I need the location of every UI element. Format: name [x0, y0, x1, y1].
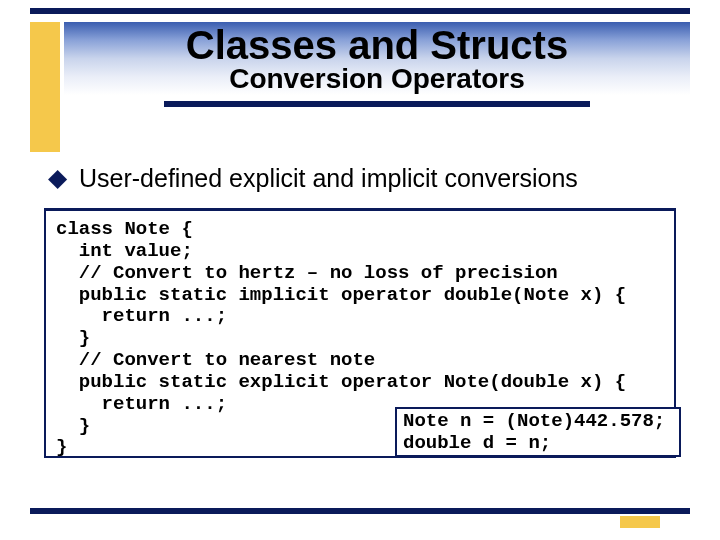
code-usage-block: Note n = (Note)442.578; double d = n; [395, 407, 681, 457]
title-underline [164, 101, 590, 107]
bullet-text: User-defined explicit and implicit conve… [79, 164, 578, 193]
slide: Classes and Structs Conversion Operators… [0, 0, 720, 540]
bullet-marker-icon: ◆ [48, 164, 67, 192]
slide-subtitle: Conversion Operators [74, 64, 680, 93]
title-block: Classes and Structs Conversion Operators [64, 22, 690, 107]
bullet-item: ◆ User-defined explicit and implicit con… [48, 164, 578, 193]
code-usage: Note n = (Note)442.578; double d = n; [403, 411, 673, 455]
bottom-divider [30, 508, 690, 514]
top-divider [30, 8, 690, 14]
slide-title: Classes and Structs [74, 22, 680, 66]
title-gradient: Classes and Structs Conversion Operators [64, 22, 690, 95]
bottom-accent [620, 516, 660, 528]
left-accent-column [30, 22, 60, 152]
